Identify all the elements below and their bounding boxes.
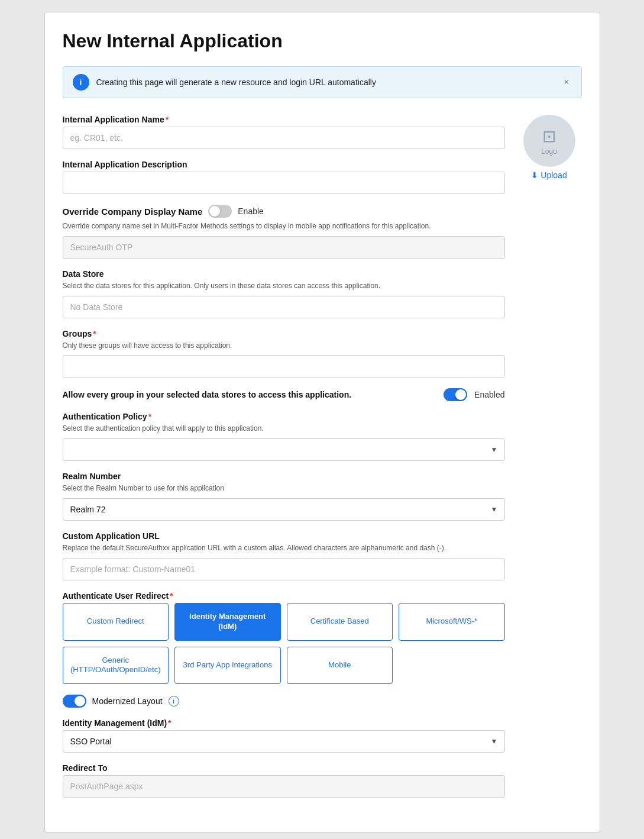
auth-policy-star: * [148, 412, 151, 421]
allow-group-enabled-text: Enabled [474, 390, 504, 399]
override-company-input [63, 236, 505, 259]
realm-number-select-wrapper: Realm 72 ▼ [63, 498, 505, 521]
custom-url-group: Custom Application URL Replace the defau… [63, 531, 505, 580]
redirect-btn-cert[interactable]: Certificate Based [287, 603, 393, 641]
override-company-toggle-row: Override Company Display Name Enable [63, 205, 505, 218]
redirect-btn-custom[interactable]: Custom Redirect [63, 603, 169, 641]
override-company-helper: Override company name set in Multi-Facto… [63, 221, 505, 231]
upload-label: Upload [541, 170, 567, 180]
info-banner: i Creating this page will generate a new… [63, 66, 582, 98]
page-title: New Internal Application [63, 30, 582, 52]
modernized-layout-knob [75, 696, 85, 706]
idm-group: Identity Management (IdM) * SSO Portal ▼ [63, 718, 505, 753]
auth-redirect-star: * [170, 591, 173, 601]
auth-policy-select[interactable] [63, 438, 505, 461]
custom-url-helper: Replace the default SecureAuthxx applica… [63, 543, 505, 553]
redirect-btn-mobile[interactable]: Mobile [287, 647, 393, 685]
upload-icon: ⬇ [531, 170, 538, 180]
groups-label: Groups * [63, 329, 505, 338]
redirect-btn-empty [399, 647, 505, 685]
groups-helper: Only these groups will have access to th… [63, 341, 505, 351]
custom-url-label: Custom Application URL [63, 531, 505, 541]
redirect-btn-3rdparty[interactable]: 3rd Party App Integrations [174, 647, 281, 685]
modernized-layout-info-icon[interactable]: i [169, 696, 179, 706]
redirect-btn-generic[interactable]: Generic (HTTP/OAuth/OpenID/etc) [63, 647, 169, 685]
redirect-btn-idm[interactable]: Identity Management (IdM) [174, 603, 281, 641]
allow-group-knob [455, 389, 466, 400]
allow-group-toggle[interactable] [444, 388, 467, 401]
info-banner-text: Creating this page will generate a new r… [96, 78, 562, 87]
redirect-buttons-row2: Generic (HTTP/OAuth/OpenID/etc) 3rd Part… [63, 647, 505, 685]
upload-button[interactable]: ⬇ Upload [531, 170, 567, 180]
form-area: Internal Application Name * Internal App… [63, 115, 505, 808]
auth-policy-helper: Select the authentication policy that wi… [63, 424, 505, 434]
redirect-buttons-row1: Custom Redirect Identity Management (IdM… [63, 603, 505, 641]
redirect-btn-ms[interactable]: Microsoft/WS-* [399, 603, 505, 641]
camera-icon: ⊡ [542, 127, 556, 146]
data-store-group: Data Store Select the data stores for th… [63, 269, 505, 318]
info-icon: i [73, 74, 89, 91]
idm-label: Identity Management (IdM) * [63, 718, 505, 728]
app-description-label: Internal Application Description [63, 160, 505, 169]
logo-box: ⊡ Logo [523, 115, 575, 167]
idm-select-wrapper: SSO Portal ▼ [63, 730, 505, 753]
modernized-layout-row: Modernized Layout i [63, 695, 505, 708]
toggle-knob [209, 206, 220, 217]
app-description-input[interactable] [63, 172, 505, 194]
realm-number-group: Realm Number Select the Realm Number to … [63, 472, 505, 521]
custom-url-input[interactable] [63, 558, 505, 580]
auth-redirect-group: Authenticate User Redirect * Custom Redi… [63, 591, 505, 685]
redirect-to-group: Redirect To [63, 763, 505, 798]
auth-redirect-label: Authenticate User Redirect * [63, 591, 505, 601]
app-name-label: Internal Application Name * [63, 115, 505, 124]
main-layout: Internal Application Name * Internal App… [63, 115, 582, 808]
app-name-input[interactable] [63, 127, 505, 149]
realm-number-helper: Select the Realm Number to use for this … [63, 483, 505, 493]
redirect-to-input[interactable] [63, 775, 505, 798]
modernized-layout-toggle[interactable] [63, 695, 86, 708]
auth-policy-select-wrapper: ▼ [63, 438, 505, 461]
groups-input[interactable] [63, 355, 505, 377]
realm-number-select[interactable]: Realm 72 [63, 498, 505, 521]
override-company-group: Override Company Display Name Enable Ove… [63, 205, 505, 259]
auth-policy-group: Authentication Policy * Select the authe… [63, 412, 505, 461]
allow-group-text: Allow every group in your selected data … [63, 390, 437, 399]
page-container: New Internal Application i Creating this… [44, 12, 600, 832]
logo-label: Logo [541, 147, 557, 156]
redirect-to-label: Redirect To [63, 763, 505, 773]
app-name-group: Internal Application Name * [63, 115, 505, 149]
override-enable-text: Enable [238, 206, 264, 216]
data-store-input[interactable] [63, 296, 505, 318]
auth-policy-label: Authentication Policy * [63, 412, 505, 421]
realm-number-label: Realm Number [63, 472, 505, 481]
override-company-label: Override Company Display Name [63, 206, 203, 217]
modernized-layout-label: Modernized Layout [92, 696, 163, 706]
app-description-group: Internal Application Description [63, 160, 505, 194]
data-store-label: Data Store [63, 269, 505, 279]
required-star: * [166, 115, 169, 124]
info-banner-close-button[interactable]: × [561, 78, 571, 87]
allow-group-row: Allow every group in your selected data … [63, 388, 505, 401]
groups-group: Groups * Only these groups will have acc… [63, 329, 505, 378]
override-company-toggle[interactable] [208, 205, 232, 218]
logo-area: ⊡ Logo ⬇ Upload [517, 115, 582, 808]
data-store-helper: Select the data stores for this applicat… [63, 281, 505, 291]
idm-star: * [168, 718, 171, 728]
idm-select[interactable]: SSO Portal [63, 730, 505, 753]
groups-required-star: * [93, 329, 96, 338]
